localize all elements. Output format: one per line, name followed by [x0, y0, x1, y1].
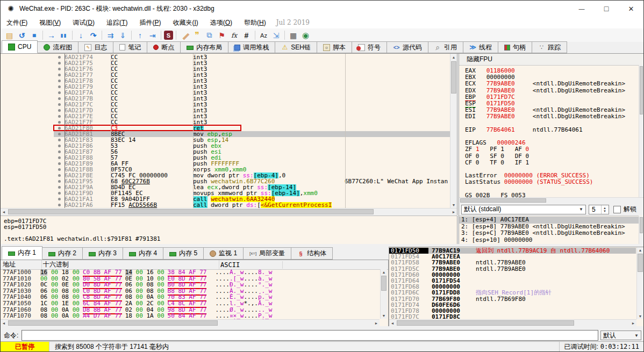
breakpoint-dot-icon[interactable]	[54, 149, 65, 155]
tab-call-stack[interactable]: 调用堆栈	[228, 41, 275, 53]
argument-row[interactable]: 1: [esp+4] A0C17EEA	[459, 217, 639, 224]
tab-script[interactable]: 脚本	[317, 41, 352, 53]
calculator-icon[interactable]	[288, 30, 299, 41]
tab-dump3[interactable]: 内存 3	[82, 247, 123, 260]
disasm-row[interactable]: 6AD21F74CCint3	[54, 54, 450, 60]
stack-vscrollbar[interactable]: ▲ ▼	[636, 247, 643, 319]
disasm-row[interactable]: 6AD21F8857push edi	[54, 155, 450, 161]
tab-handles[interactable]: 句柄	[498, 41, 532, 53]
disasm-row[interactable]: 6AD21F8EC745 FC 00000000mov dword ptr ss…	[54, 173, 450, 178]
breakpoint-dot-icon[interactable]	[54, 202, 65, 208]
command-input[interactable]	[22, 330, 598, 341]
tab-locals[interactable]: 局部变量	[243, 247, 291, 260]
disasm-row[interactable]: 6AD21F9A8D4D EClea ecx,dword ptr ss:[ebp…	[54, 184, 450, 190]
menu-view[interactable]: 视图(V)	[33, 17, 67, 28]
memory-hscrollbar[interactable]: ◄ ►	[1, 319, 380, 326]
tab-struct[interactable]: 结构体	[291, 247, 333, 260]
breakpoint-dot-icon[interactable]	[54, 173, 65, 178]
tab-dump1[interactable]: 内存 1	[2, 246, 42, 260]
stack-row[interactable]: 0171FD640171FD54	[389, 278, 636, 284]
tab-graph[interactable]: 流程图	[37, 41, 78, 53]
open-file-icon[interactable]	[4, 30, 15, 41]
maximize-button[interactable]	[594, 1, 619, 17]
run-to-icon[interactable]	[105, 30, 116, 41]
stack-row[interactable]: 0171FD6C0171FDD8指向SEH_Record[1]的指针	[389, 290, 636, 296]
breakpoint-dot-icon[interactable]	[54, 66, 65, 72]
comments-icon[interactable]	[191, 30, 203, 41]
tab-dump5[interactable]: 内存 5	[163, 247, 204, 260]
menu-debug[interactable]: 调试(D)	[67, 17, 101, 28]
disasm-row[interactable]: 6AD21F8383EC 14sub esp,14	[54, 137, 450, 143]
menu-plugins[interactable]: 插件(P)	[133, 17, 167, 28]
menu-trace[interactable]: 追踪(T)	[101, 17, 133, 28]
restart-icon[interactable]	[16, 30, 27, 41]
memory-vscrollbar[interactable]: ▲ ▼	[380, 269, 387, 319]
close-button[interactable]	[619, 1, 643, 17]
arg-count-spinner[interactable]: 5 ▲▼	[589, 205, 609, 214]
unlock-checkbox[interactable]	[613, 206, 621, 213]
register-line[interactable]: CF 0 TF 0 IF 1	[465, 160, 639, 166]
stack-hscrollbar[interactable]: ◄ ►	[389, 319, 636, 326]
disasm-row[interactable]: 6AD21F76CCint3	[54, 66, 450, 72]
argument-row[interactable]: 4: [esp+10] 00000000	[459, 237, 639, 244]
breakpoint-dot-icon[interactable]	[54, 167, 65, 173]
disasm-hscrollbar[interactable]: ◄ ►	[1, 208, 457, 215]
breakpoint-dot-icon[interactable]	[54, 161, 65, 167]
breakpoint-dot-icon[interactable]	[54, 190, 65, 196]
disasm-row[interactable]: 6AD21F9D0F1145 ECmovups xmmword ptr ss:[…	[54, 190, 450, 196]
arguments-vscrollbar[interactable]	[639, 216, 643, 244]
breakpoint-dot-icon[interactable]	[54, 90, 65, 96]
stack-row[interactable]: 0171FD6800000000	[389, 284, 636, 290]
disasm-row[interactable]: 6AD21F896A FFpush FFFFFFFF	[54, 161, 450, 167]
tab-log[interactable]: 日志	[78, 41, 113, 53]
menu-help[interactable]: 帮助(H)	[238, 17, 272, 28]
pause-icon[interactable]	[58, 30, 69, 41]
disasm-row[interactable]: 6AD21F8B0F57C0xorps xmm0,xmm0	[54, 167, 450, 173]
stack-row[interactable]: 0171FD54A0C17EEA	[389, 254, 636, 260]
tab-memory-map[interactable]: 内存布局	[180, 41, 228, 53]
hash-icon[interactable]	[241, 30, 252, 41]
menu-favourites[interactable]: 收藏夹(I)	[167, 17, 204, 28]
run-to-user-icon[interactable]	[147, 30, 158, 41]
disasm-row[interactable]: 6AD21F78CCint3	[54, 78, 450, 84]
tab-watch1[interactable]: 监视 1	[203, 247, 244, 260]
breakpoint-dot-icon[interactable]	[54, 155, 65, 161]
disasm-row[interactable]: 6AD21F8756push esi	[54, 149, 450, 155]
tab-dump2[interactable]: 内存 2	[42, 247, 83, 260]
disasm-row[interactable]: 6AD21F79CCint3	[54, 84, 450, 90]
disasm-row[interactable]: 6AD21F7DCCint3	[54, 107, 450, 113]
tab-references[interactable]: 引用	[428, 41, 463, 53]
calling-convention-select[interactable]: 默认 (stdcall) ▼	[461, 205, 586, 214]
disasm-row[interactable]: 6AD21F7CCCint3	[54, 102, 450, 107]
step-out-icon[interactable]	[134, 30, 146, 41]
stack-pane[interactable]: 0171FD5077B9AC19返回到 ntdll.77B9AC19 自 ntd…	[389, 247, 643, 326]
disasm-row[interactable]: 6AD21F77CCint3	[54, 72, 450, 78]
stack-row[interactable]: 0171FD7077B69F80ntdll.77B69F80	[389, 296, 636, 302]
disasm-row[interactable]: 6AD21F7ACCint3	[54, 90, 450, 96]
bookmarks-icon[interactable]	[216, 30, 227, 41]
step-into-icon[interactable]	[75, 30, 87, 41]
breakpoint-dot-icon[interactable]	[54, 178, 65, 184]
tab-symbols[interactable]: 符号	[352, 41, 387, 53]
tab-cpu[interactable]: CPU	[2, 40, 38, 53]
disasm-row[interactable]: 6AD21F75CCint3	[54, 60, 450, 66]
breakpoint-dot-icon[interactable]	[54, 107, 65, 113]
breakpoint-dot-icon[interactable]	[54, 84, 65, 90]
step-over-icon[interactable]	[88, 30, 99, 41]
breakpoint-dot-icon[interactable]	[54, 72, 65, 78]
breakpoint-dot-icon[interactable]	[54, 102, 65, 107]
hide-fpu-button[interactable]: 隐藏FPU	[459, 54, 643, 66]
registers-pane[interactable]: 隐藏FPU EAX 01186000EBX 00000000ECX 77B9AB…	[459, 54, 643, 244]
minimize-button[interactable]	[569, 1, 594, 17]
breakpoint-dot-icon[interactable]	[54, 131, 65, 137]
stack-row[interactable]: 0171FD5C77B9ABE0ntdll.77B9ABE0	[389, 266, 636, 272]
run-icon[interactable]	[46, 30, 57, 41]
exec-till-return-icon[interactable]	[117, 30, 128, 41]
scylla-icon[interactable]	[164, 31, 173, 40]
globe-icon[interactable]	[300, 30, 311, 41]
memory-dump-pane[interactable]: 地址 十六进制 ASCII 77AF100016 00 18 00C0 8B A…	[1, 260, 389, 326]
breakpoint-dot-icon[interactable]	[54, 96, 65, 102]
tab-trace[interactable]: 跟踪	[532, 41, 567, 53]
command-profile-select[interactable]: 默认 ▼	[600, 331, 641, 340]
stack-row[interactable]: 0171FD5077B9AC19返回到 ntdll.77B9AC19 自 ntd…	[389, 248, 636, 254]
